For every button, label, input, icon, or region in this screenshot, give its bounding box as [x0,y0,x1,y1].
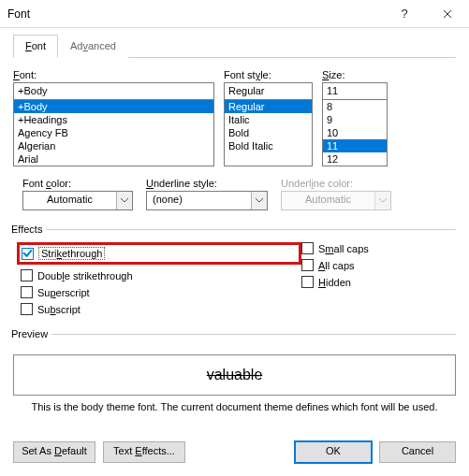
list-item[interactable]: 8 [323,100,387,113]
tabstrip: Font Advanced [13,34,456,58]
checkbox-icon [301,242,314,254]
list-item[interactable]: 9 [323,113,387,126]
checkbox-icon [22,248,34,260]
text-effects-button[interactable]: Text Effects... [103,441,185,463]
checkbox-icon [301,276,314,288]
checkbox-icon [301,259,314,271]
font-label: Font: [13,69,214,80]
chevron-down-icon [374,192,390,209]
list-item[interactable]: 10 [323,126,387,139]
font-listbox[interactable]: +Body +Headings Agency FB Algerian Arial [13,99,214,166]
effects-legend: Effects [11,224,46,235]
fontstyle-listbox[interactable]: Regular Italic Bold Bold Italic [224,99,313,166]
size-input[interactable]: 11 [322,82,388,100]
preview-hint: This is the body theme font. The current… [13,401,456,412]
subscript-checkbox[interactable]: Subscript [21,303,301,315]
checkbox-icon [21,303,33,315]
preview-group: Preview valuable This is the body theme … [13,328,456,412]
underlinestyle-combo[interactable]: (none) [146,191,268,210]
preview-text: valuable [207,367,263,383]
list-item[interactable]: Bold [225,126,312,139]
close-button[interactable] [426,0,469,28]
chevron-down-icon [116,192,132,209]
titlebar: Font ? [0,0,469,28]
hidden-checkbox[interactable]: Hidden [301,276,369,288]
tab-advanced[interactable]: Advanced [58,35,128,58]
help-button[interactable]: ? [383,0,426,28]
close-icon [443,9,452,19]
superscript-checkbox[interactable]: Superscript [21,286,301,298]
list-item[interactable]: Regular [225,100,312,113]
fontcolor-label: Font color: [22,178,133,189]
tab-font[interactable]: Font [13,35,58,58]
list-item[interactable]: Agency FB [14,126,213,139]
strikethrough-checkbox[interactable]: Strikethrough [22,247,105,260]
list-item[interactable]: Algerian [14,139,213,152]
fontcolor-combo[interactable]: Automatic [22,191,133,210]
window-title: Font [7,7,30,21]
underlinecolor-combo: Automatic [281,191,391,210]
list-item[interactable]: 12 [323,152,387,166]
ok-button[interactable]: OK [295,441,372,463]
size-label: Size: [322,69,388,80]
fontstyle-label: Font style: [224,69,313,80]
highlight-annotation: Strikethrough [17,242,301,265]
list-item[interactable]: 11 [323,139,387,152]
checkbox-icon [21,286,33,298]
list-item[interactable]: Arial [14,152,213,166]
smallcaps-checkbox[interactable]: Small caps [301,242,369,254]
size-listbox[interactable]: 8 9 10 11 12 [322,99,388,166]
fontstyle-input[interactable]: Regular [224,82,313,100]
underlinecolor-label: Underline color: [281,178,391,189]
list-item[interactable]: Bold Italic [225,139,312,152]
preview-legend: Preview [11,328,51,339]
cancel-button[interactable]: Cancel [379,441,456,463]
checkbox-icon [21,269,33,281]
allcaps-checkbox[interactable]: All caps [301,259,369,271]
chevron-down-icon [251,192,267,209]
double-strikethrough-checkbox[interactable]: Double strikethrough [21,269,301,281]
list-item[interactable]: +Body [14,100,213,113]
underlinestyle-label: Underline style: [146,178,268,189]
list-item[interactable]: +Headings [14,113,213,126]
preview-box: valuable [13,354,456,396]
effects-group: Effects Strikethrough Double strikethrou… [13,224,456,315]
list-item[interactable]: Italic [225,113,312,126]
font-input[interactable]: +Body [13,82,214,100]
set-default-button[interactable]: Set As Default [13,441,95,463]
